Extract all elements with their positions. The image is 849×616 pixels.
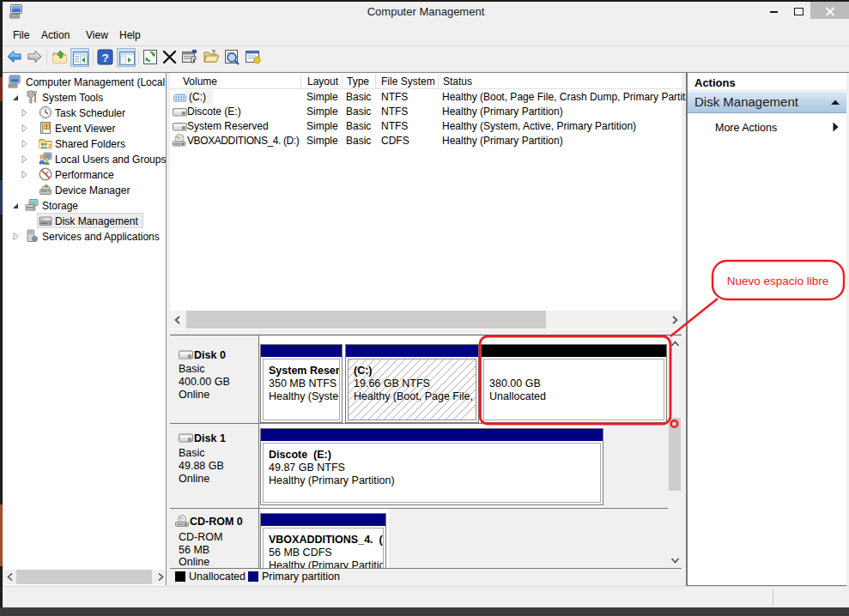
svg-text:Nuevo espacio libre: Nuevo espacio libre — [727, 275, 829, 287]
